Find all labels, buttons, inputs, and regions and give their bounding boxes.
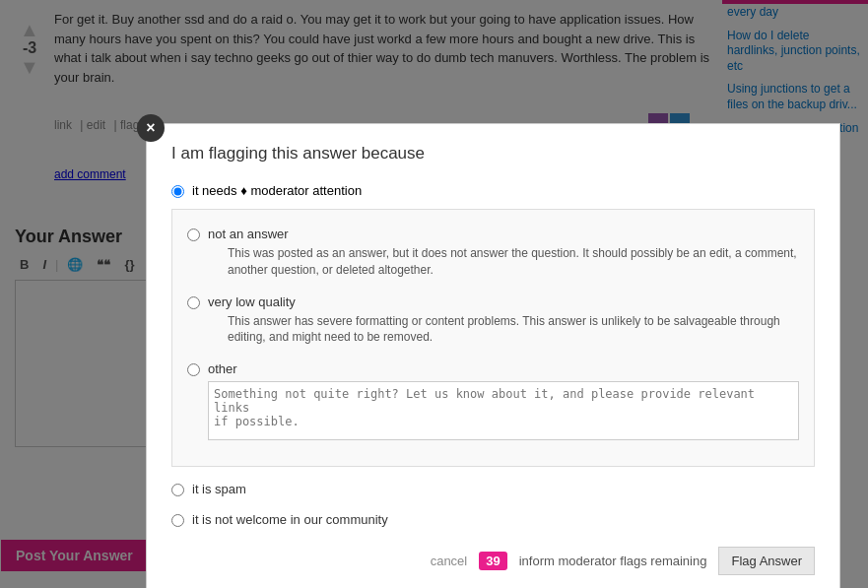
not-answer-radio[interactable] [187, 229, 200, 241]
very-low-quality-option[interactable]: very low quality This answer has severe … [187, 290, 799, 352]
other-label: other [208, 361, 237, 376]
moderator-attention-radio[interactable] [171, 185, 184, 198]
moderator-attention-option[interactable]: it needs ♦ moderator attention [171, 178, 815, 203]
modal-footer: cancel 39 inform moderator flags remaini… [171, 547, 815, 575]
flag-answer-button[interactable]: Flag Answer [718, 547, 815, 575]
not-answer-option[interactable]: not an answer This was posted as an answ… [187, 222, 799, 284]
modal-close-button[interactable]: × [137, 114, 165, 142]
spam-label: it is spam [192, 482, 246, 496]
moderator-attention-label: it needs ♦ moderator attention [192, 183, 362, 198]
flags-remaining-text: inform moderator flags remaining [519, 554, 707, 568]
very-low-quality-radio[interactable] [187, 296, 200, 309]
moderator-sub-options: not an answer This was posted as an answ… [171, 209, 815, 467]
modal-title: I am flagging this answer because [171, 144, 815, 163]
not-welcome-radio[interactable] [171, 514, 184, 527]
very-low-quality-desc: This answer has severe formatting or con… [228, 313, 799, 347]
not-welcome-label: it is not welcome in our community [192, 512, 388, 527]
not-welcome-option[interactable]: it is not welcome in our community [171, 507, 815, 532]
other-textarea[interactable] [208, 381, 799, 440]
spam-option[interactable]: it is spam [171, 477, 815, 501]
not-answer-label: not an answer [208, 227, 289, 241]
flags-count-badge: 39 [479, 552, 506, 570]
other-option[interactable]: other [187, 357, 799, 448]
very-low-quality-label: very low quality [208, 294, 296, 309]
spam-radio[interactable] [171, 484, 184, 496]
moderator-attention-text: it needs ♦ moderator attention [192, 183, 362, 198]
not-answer-desc: This was posted as an answer, but it doe… [228, 245, 799, 279]
cancel-link[interactable]: cancel [431, 554, 468, 568]
flag-modal: × I am flagging this answer because it n… [146, 123, 840, 588]
other-radio[interactable] [187, 363, 200, 376]
